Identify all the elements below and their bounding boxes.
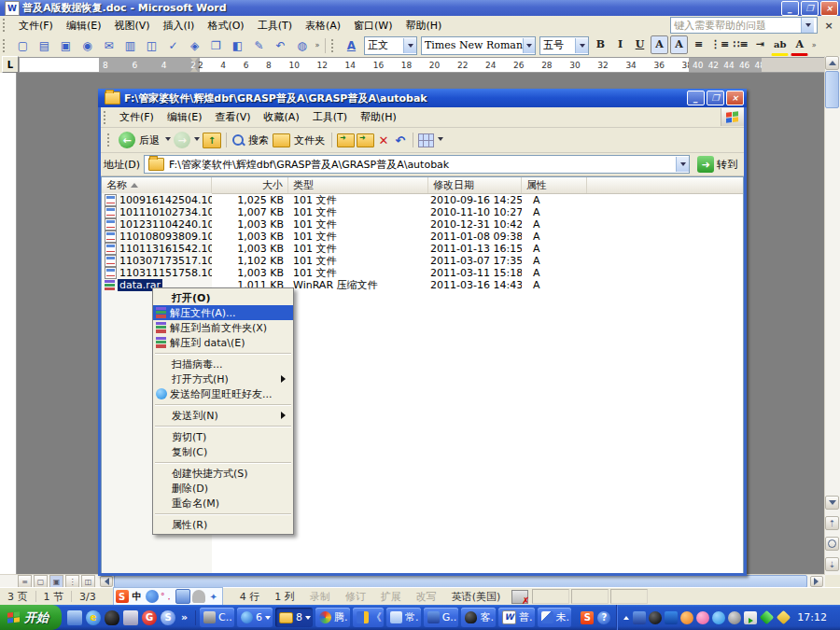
tray-grasp-icon[interactable]	[633, 611, 646, 624]
outline-view-button[interactable]: ⋮	[65, 575, 79, 588]
styles-and-formatting-icon[interactable]: A	[342, 36, 361, 55]
explorer-menu-tools[interactable]: 工具(T)	[306, 108, 354, 126]
task-ie-group[interactable]: 6	[237, 608, 273, 627]
qq-icon[interactable]	[105, 610, 119, 625]
tray-security-icon[interactable]	[777, 610, 791, 625]
numbering-button[interactable]: ⋮≡	[709, 35, 730, 54]
ctx-send-wangwang[interactable]: 发送给阿里旺旺好友...	[153, 386, 293, 401]
forward-icon[interactable]: →	[174, 132, 190, 148]
scroll-left-button[interactable]	[100, 576, 113, 587]
context-menu-item[interactable]	[153, 423, 293, 429]
word-vertical-scrollbar[interactable]	[824, 56, 840, 575]
back-icon[interactable]: ←	[119, 132, 135, 148]
word-menu-edit[interactable]: 编辑(E)	[60, 17, 108, 35]
task-tool-window[interactable]: C..	[200, 608, 234, 627]
chevron-down-icon[interactable]	[801, 18, 814, 33]
bold-button[interactable]: B	[592, 35, 609, 54]
distributed-button[interactable]: ≡	[690, 35, 707, 54]
full-half-width-icon[interactable]	[146, 590, 159, 603]
tab-selector-button[interactable]: L	[2, 56, 19, 73]
ctx-cut[interactable]: 剪切(T)	[153, 429, 293, 444]
word-menu-file[interactable]: 文件(F)	[12, 17, 60, 35]
start-button[interactable]: 开始	[0, 605, 62, 630]
forward-dropdown[interactable]	[192, 137, 201, 144]
ime-user-icon[interactable]	[192, 590, 205, 603]
italic-button[interactable]: I	[611, 35, 629, 54]
paste-icon[interactable]: ◧	[228, 36, 247, 55]
tray-volume-icon[interactable]	[728, 611, 741, 624]
print-layout-button[interactable]: ▣	[49, 575, 63, 588]
tray-help-icon[interactable]: ?	[597, 611, 610, 624]
ctx-scan-virus[interactable]: 扫描病毒...	[153, 357, 293, 371]
task-word-window[interactable]: 普.	[498, 608, 535, 627]
task-tencent-window[interactable]: 腾.	[315, 608, 350, 627]
task-doc-window[interactable]: 常.	[386, 608, 421, 627]
tray-qq-orange-icon[interactable]	[680, 611, 693, 624]
undo-button[interactable]: ↶	[393, 133, 408, 147]
column-header-type[interactable]: 类型	[288, 177, 428, 193]
spelling-icon[interactable]: ✓	[163, 36, 183, 55]
font-color-button[interactable]: A	[791, 35, 808, 56]
ime-toolbar[interactable]: S 中 °， ✦	[113, 587, 223, 606]
scroll-up-button[interactable]	[825, 56, 839, 70]
ctx-extract-here[interactable]: 解压到当前文件夹(X)	[153, 320, 293, 335]
new-document-icon[interactable]: ▢	[13, 36, 33, 55]
reading-layout-button[interactable]: ◫	[81, 575, 95, 588]
indent-button[interactable]: ⇥	[751, 35, 769, 54]
explorer-menu-help[interactable]: 帮助(H)	[354, 108, 403, 126]
explorer-maximize-button[interactable]: ❐	[707, 91, 724, 105]
format-painter-icon[interactable]: ✎	[249, 36, 269, 55]
s-browser-icon[interactable]: S	[161, 610, 175, 625]
normal-view-button[interactable]: ≡	[18, 575, 32, 588]
column-header-date[interactable]: 修改日期	[428, 177, 522, 193]
explorer-title-bar[interactable]: F:\管家婆软件\辉煌dbf\GRASP普及A\GRASP普及A\autobak…	[98, 89, 747, 107]
tray-sogou-icon[interactable]: S	[581, 611, 594, 624]
word-menu-view[interactable]: 视图(V)	[107, 17, 156, 35]
ctx-create-shortcut[interactable]: 创建快捷方式(S)	[153, 466, 293, 481]
task-untitled-window[interactable]: 未.	[538, 608, 572, 627]
help-question-input[interactable]: 键入需要帮助的问题	[670, 17, 818, 34]
explorer-minimize-button[interactable]: _	[687, 91, 705, 105]
ctx-open[interactable]: 打开(O)	[153, 290, 293, 305]
views-button[interactable]	[418, 133, 434, 147]
task-explorer-group[interactable]: 8	[275, 608, 313, 627]
chevron-down-icon[interactable]	[403, 38, 416, 53]
copy-to-button[interactable]	[357, 133, 374, 147]
ctx-extract-to-folder[interactable]: 解压到 data\(E)	[153, 335, 293, 350]
show-desktop-icon[interactable]	[67, 610, 82, 625]
explorer-menu-file[interactable]: 文件(F)	[113, 108, 161, 126]
scrollbar-thumb[interactable]	[114, 575, 807, 588]
word-menu-window[interactable]: 窗口(W)	[347, 17, 399, 35]
ctx-rename[interactable]: 重命名(M)	[153, 496, 293, 511]
next-page-button[interactable]	[825, 557, 839, 571]
save-icon[interactable]: ▣	[56, 36, 76, 55]
back-dropdown[interactable]	[163, 137, 172, 144]
ctx-send-to[interactable]: 发送到(N)	[153, 408, 293, 423]
print-preview-icon[interactable]: ◫	[142, 36, 161, 55]
toolbar-options-chevron[interactable]: »	[313, 37, 322, 54]
chevron-down-icon[interactable]	[523, 38, 536, 53]
move-to-button[interactable]	[337, 133, 355, 147]
context-menu-item[interactable]	[153, 401, 293, 408]
word-menu-table[interactable]: 表格(A)	[299, 17, 347, 35]
soft-keyboard-icon[interactable]	[175, 589, 190, 604]
task-reader-window[interactable]: 《	[353, 608, 384, 627]
web-layout-button[interactable]: ▢	[34, 575, 48, 588]
folders-button-label[interactable]: 文件夹	[294, 133, 325, 147]
word-title-bar[interactable]: W 普及A版数据恢复.doc - Microsoft Word _❐×	[0, 0, 840, 16]
tray-qq-pink-icon[interactable]	[696, 611, 709, 624]
research-icon[interactable]: ◈	[185, 36, 204, 55]
style-select[interactable]: 正文	[364, 36, 417, 55]
column-header-name[interactable]: 名称	[102, 177, 212, 193]
column-header-size[interactable]: 大小	[212, 177, 288, 193]
folders-icon[interactable]	[273, 133, 290, 147]
tray-qq-black-icon[interactable]	[649, 611, 662, 624]
context-menu-item[interactable]	[153, 350, 293, 357]
go-button[interactable]: ➜ 转到	[693, 155, 741, 174]
task-grasp-window[interactable]: G..	[424, 608, 459, 627]
bullets-button[interactable]: ∷≡	[732, 35, 749, 54]
scroll-down-button[interactable]	[825, 496, 839, 510]
word-menu-help[interactable]: 帮助(H)	[399, 17, 449, 35]
copy-icon[interactable]: ❐	[206, 36, 226, 55]
explorer-close-button[interactable]: ×	[726, 91, 744, 105]
